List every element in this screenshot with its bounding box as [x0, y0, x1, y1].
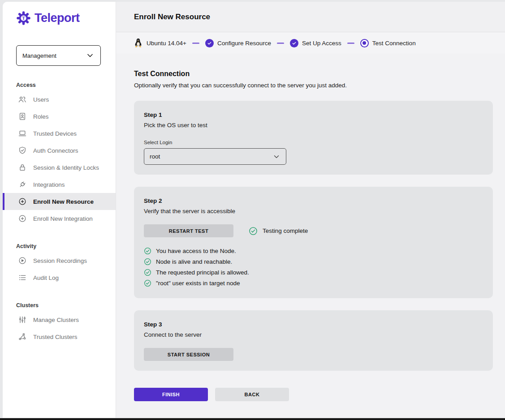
plus-circle-icon [18, 214, 27, 223]
sidebar-item-users[interactable]: Users [3, 91, 116, 108]
stepper-connector [277, 43, 284, 44]
check-item: The requested principal is allowed. [144, 267, 483, 278]
step1-title: Step 1 [144, 111, 483, 118]
sidebar-section-access: Access [16, 82, 116, 88]
content: Test Connection Optionally verify that y… [116, 54, 505, 406]
check-list: You have access to the Node. Node is ali… [144, 245, 483, 288]
plug-icon [18, 180, 27, 189]
id-card-icon [18, 112, 27, 121]
login-select-value: root [150, 153, 160, 160]
sidebar-item-label: Roles [33, 113, 49, 120]
sidebar-item-label: Session Recordings [33, 257, 87, 264]
page-header: Enroll New Resource [116, 2, 505, 32]
brand-name: Teleport [35, 11, 80, 25]
back-button[interactable]: BACK [215, 388, 289, 401]
step-complete-icon [290, 39, 298, 47]
plus-circle-icon [18, 197, 27, 206]
stepper: Ubuntu 14.04+ Configure Resource Set Up … [116, 32, 505, 54]
sidebar-item-manage-clusters[interactable]: Manage Clusters [3, 311, 116, 328]
shield-check-icon [18, 146, 27, 155]
step3-title: Step 3 [144, 321, 483, 328]
chevron-down-icon [272, 153, 281, 161]
login-select[interactable]: root [144, 148, 286, 165]
check-item-label: You have access to the Node. [156, 248, 236, 254]
step3-card: Step 3 Connect to the server START SESSI… [134, 310, 493, 371]
step1-description: Pick the OS user to test [144, 122, 483, 129]
sliders-icon [18, 315, 27, 324]
check-circle-icon [144, 258, 151, 266]
select-login-label: Select Login [144, 140, 483, 145]
sidebar-item-label: Integrations [33, 181, 65, 188]
test-status: Testing complete [249, 227, 308, 236]
check-item-label: "root" user exists in target node [156, 280, 240, 287]
sidebar-item-session-recordings[interactable]: Session Recordings [3, 252, 116, 269]
users-icon [18, 95, 27, 104]
lock-icon [18, 163, 27, 172]
list-icon [18, 273, 27, 282]
step1-card: Step 1 Pick the OS user to test Select L… [134, 101, 493, 175]
check-circle-icon [144, 247, 151, 255]
chevron-down-icon [86, 51, 95, 60]
sidebar-item-enroll-new-integration[interactable]: Enroll New Integration [3, 210, 116, 227]
check-item-label: Node is alive and reachable. [156, 258, 232, 265]
sidebar-item-integrations[interactable]: Integrations [3, 176, 116, 193]
sidebar-item-label: Audit Log [33, 274, 59, 281]
start-session-button[interactable]: START SESSION [144, 348, 233, 361]
sidebar-item-label: Trusted Devices [33, 130, 77, 137]
check-circle-icon [249, 227, 258, 236]
step-label: Test Connection [372, 40, 416, 47]
network-icon [18, 332, 27, 341]
sidebar-item-label: Auth Connectors [33, 147, 78, 154]
restart-test-button[interactable]: RESTART TEST [144, 224, 233, 237]
stepper-resource-label: Ubuntu 14.04+ [147, 40, 186, 47]
sidebar-item-label: Users [33, 96, 49, 103]
sidebar-item-audit-log[interactable]: Audit Log [3, 269, 116, 286]
step-complete-icon [205, 39, 214, 47]
check-item: You have access to the Node. [144, 245, 483, 256]
step2-title: Step 2 [144, 197, 483, 204]
section-subtitle: Optionally verify that you can successfu… [134, 82, 493, 89]
check-item: Node is alive and reachable. [144, 256, 483, 267]
step-configure-resource: Configure Resource [205, 39, 271, 47]
play-circle-icon [18, 256, 27, 265]
stepper-connector [347, 43, 354, 44]
stepper-connector [192, 43, 199, 44]
workspace-selector-value: Management [22, 52, 56, 59]
step2-card: Step 2 Verify that the server is accessi… [134, 187, 493, 298]
sidebar-item-label: Manage Clusters [33, 317, 79, 323]
step2-description: Verify that the server is accessible [144, 208, 483, 214]
page-title: Enroll New Resource [134, 13, 210, 21]
sidebar-section-activity: Activity [16, 243, 116, 249]
sidebar-item-session-identity-locks[interactable]: Session & Identity Locks [3, 159, 116, 176]
step-active-icon [360, 39, 369, 47]
sidebar-item-trusted-clusters[interactable]: Trusted Clusters [3, 328, 116, 345]
sidebar-item-trusted-devices[interactable]: Trusted Devices [3, 125, 116, 142]
finish-button[interactable]: FINISH [134, 388, 208, 401]
linux-tux-icon [134, 38, 142, 48]
sidebar-item-auth-connectors[interactable]: Auth Connectors [3, 142, 116, 159]
sidebar: T Teleport Management Access Users Roles [3, 2, 116, 418]
sidebar-section-clusters: Clusters [16, 302, 116, 309]
teleport-gear-icon: T [16, 11, 31, 26]
sidebar-item-label: Trusted Clusters [33, 334, 78, 340]
step-label: Set Up Access [302, 40, 341, 47]
laptop-icon [18, 129, 27, 138]
main-area: Enroll New Resource Ubuntu 14.04+ [116, 2, 505, 418]
workspace-selector[interactable]: Management [16, 45, 101, 66]
sidebar-item-roles[interactable]: Roles [3, 108, 116, 125]
sidebar-item-enroll-new-resource[interactable]: Enroll New Resource [3, 193, 116, 210]
check-circle-icon [144, 279, 151, 287]
sidebar-item-label: Enroll New Resource [33, 198, 94, 205]
teleport-logo[interactable]: T Teleport [16, 11, 116, 26]
step-test-connection: Test Connection [360, 39, 416, 47]
step3-description: Connect to the server [144, 331, 483, 338]
check-circle-icon [144, 269, 151, 276]
test-status-label: Testing complete [263, 227, 308, 234]
check-item: "root" user exists in target node [144, 278, 483, 288]
step-set-up-access: Set Up Access [290, 39, 341, 47]
window-bottom-edge [0, 418, 505, 420]
sidebar-item-label: Session & Identity Locks [33, 164, 99, 171]
step-label: Configure Resource [217, 40, 271, 47]
section-title: Test Connection [134, 70, 493, 78]
svg-text:T: T [22, 15, 25, 21]
